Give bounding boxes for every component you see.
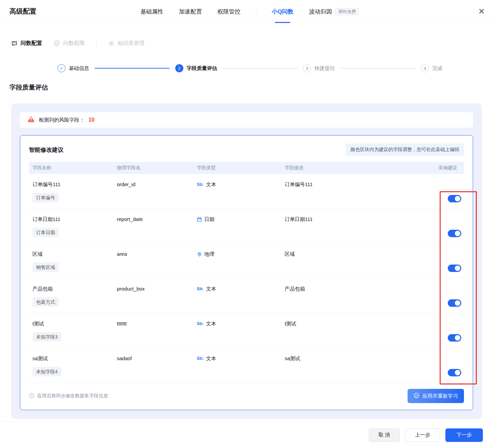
field-type-label: 地理 [204, 250, 214, 258]
page-title: 字段质量评估 [9, 83, 493, 92]
field-row: t测试未知字段3tttttttStr.文本t测试 [29, 313, 464, 348]
step-label: 完成 [432, 65, 442, 72]
sync-note: 应用后将同步修改数据集字段信息 [29, 393, 108, 399]
toggle-knob [455, 196, 460, 201]
tab-label: 波动归因 [309, 8, 332, 16]
quality-panel: 检测到的风险字段： 10 智能修改建议 颜色区块内为建议的字段调整，您可在此基础… [11, 103, 482, 419]
cancel-button[interactable]: 取 消 [369, 428, 400, 442]
card-header: 智能修改建议 颜色区块内为建议的字段调整，您可在此基础上编辑 [29, 144, 464, 156]
tab-basic-attributes[interactable]: 基础属性 [140, 0, 163, 23]
tab-permission-control[interactable]: 权限管控 [217, 0, 240, 23]
physical-field-name: product_box [113, 285, 193, 307]
field-name-cell: 产品包箱包装方式 [29, 285, 113, 307]
calendar-icon [197, 217, 202, 222]
gear-icon [108, 40, 114, 47]
column-field-description: 字段描述 [281, 165, 427, 171]
alert-icon [27, 116, 35, 124]
toggle-knob [455, 335, 460, 341]
field-description: t测试 [281, 320, 427, 342]
adopt-toggle-cell [427, 181, 464, 202]
field-name-cell: t测试未知字段3 [29, 320, 113, 342]
field-type-cell: 地理 [193, 250, 281, 258]
subtab-ask-config[interactable]: 问数配置 [11, 40, 42, 47]
field-name: 订单编号111 [32, 181, 110, 188]
tab-fluctuation-attribution[interactable]: 波动归因 限时免费 [309, 0, 359, 23]
next-step-button[interactable]: 下一步 [445, 428, 483, 442]
tab-xiaoq-ask[interactable]: 小Q问数 [272, 0, 293, 23]
toggle-knob [455, 266, 460, 271]
subtab-label: 问数配置 [21, 40, 42, 47]
check-circle-icon [414, 393, 419, 399]
card-title: 智能修改建议 [29, 146, 63, 154]
step-label: 字段质量评估 [187, 65, 217, 72]
subtab-divider [96, 41, 97, 46]
adopt-suggestion-toggle[interactable] [448, 265, 461, 272]
dialog-footer: 取 消 上一步 下一步 [0, 422, 493, 448]
sub-tabs: 问数配置 问数权限 知识库管理 [11, 34, 493, 53]
physical-field-name: sadasf [113, 355, 193, 376]
adopt-toggle-cell [427, 250, 464, 272]
risk-count: 10 [88, 117, 95, 123]
physical-field-name: report_date [113, 216, 193, 237]
step-marker-pending: 4 [421, 64, 429, 72]
adopt-suggestion-toggle[interactable] [448, 195, 461, 202]
smart-suggestion-card: 智能修改建议 颜色区块内为建议的字段调整，您可在此基础上编辑 字段名称 物理字段… [20, 135, 473, 410]
field-type-cell: Str.文本 [193, 181, 281, 188]
apply-relearn-button[interactable]: 应用并重新学习 [408, 389, 464, 403]
tab-acceleration-config[interactable]: 加速配置 [179, 0, 202, 23]
step-label: 基础信息 [69, 65, 89, 72]
field-suggestion-tag[interactable]: 订单日期 [32, 228, 59, 237]
step-connector [223, 68, 298, 69]
field-type-label: 日期 [204, 216, 214, 223]
field-type-cell: 日期 [193, 216, 281, 223]
tab-label: 权限管控 [217, 8, 240, 16]
dialog-title: 高级配置 [9, 7, 36, 16]
column-field-type: 字段类型 [193, 165, 281, 171]
previous-step-button[interactable]: 上一步 [405, 428, 440, 442]
tab-divider [256, 9, 256, 14]
field-suggestion-tag[interactable]: 订单编号 [32, 193, 59, 202]
tab-label: 小Q问数 [272, 8, 293, 16]
field-description: 订单编号111 [281, 181, 427, 202]
field-row: sa测试未知字段4sadasfStr.文本sa测试 [29, 348, 464, 383]
adopt-suggestion-toggle[interactable] [448, 230, 461, 237]
field-table-body: 订单编号111订单编号order_idStr.文本订单编号111订单日期111订… [29, 174, 464, 383]
field-suggestion-tag[interactable]: 销售区域 [32, 263, 59, 272]
adopt-toggle-cell [427, 285, 464, 307]
adopt-suggestion-toggle[interactable] [448, 334, 461, 342]
adopt-suggestion-toggle[interactable] [448, 299, 461, 307]
column-field-name: 字段名称 [29, 165, 113, 171]
column-adopt-suggestion: 采纳建议 [427, 165, 464, 171]
subtab-ask-permission[interactable]: 问数权限 [54, 40, 85, 47]
step-connector [340, 68, 415, 69]
stepper: ✓ 基础信息 2 字段质量评估 3 快捷提问 4 完成 [57, 64, 442, 72]
field-type-label: 文本 [206, 181, 216, 188]
step-marker-pending: 3 [303, 64, 311, 72]
field-suggestion-tag[interactable]: 未知字段3 [32, 332, 61, 342]
step-basic-info: ✓ 基础信息 [57, 64, 89, 72]
edit-hint: 颜色区块内为建议的字段调整，您可在此基础上编辑 [346, 144, 464, 156]
physical-field-name: order_id [113, 181, 193, 202]
step-field-quality: 2 字段质量评估 [175, 64, 217, 72]
string-type-icon: Str. [197, 355, 204, 362]
field-name: t测试 [32, 320, 110, 327]
field-name: sa测试 [32, 355, 110, 362]
field-type-cell: Str.文本 [193, 320, 281, 327]
step-marker-active: 2 [175, 64, 183, 72]
sync-note-text: 应用后将同步修改数据集字段信息 [37, 393, 108, 399]
field-description: 产品包箱 [281, 285, 427, 307]
subtab-knowledge-base[interactable]: 知识库管理 [108, 40, 145, 47]
step-finish: 4 完成 [421, 64, 442, 72]
field-description: 区域 [281, 250, 427, 272]
field-suggestion-tag[interactable]: 包装方式 [32, 297, 59, 307]
tab-label: 加速配置 [179, 8, 202, 16]
column-physical-name: 物理字段名 [113, 165, 193, 171]
field-suggestion-tag[interactable]: 未知字段4 [32, 367, 61, 376]
field-type-cell: Str.文本 [193, 355, 281, 362]
field-type-label: 文本 [206, 285, 216, 293]
field-name-cell: 订单日期111订单日期 [29, 216, 113, 237]
close-icon[interactable]: ✕ [478, 7, 485, 16]
risk-banner: 检测到的风险字段： 10 [20, 112, 473, 128]
adopt-suggestion-toggle[interactable] [448, 369, 461, 376]
apply-relearn-label: 应用并重新学习 [422, 393, 458, 399]
